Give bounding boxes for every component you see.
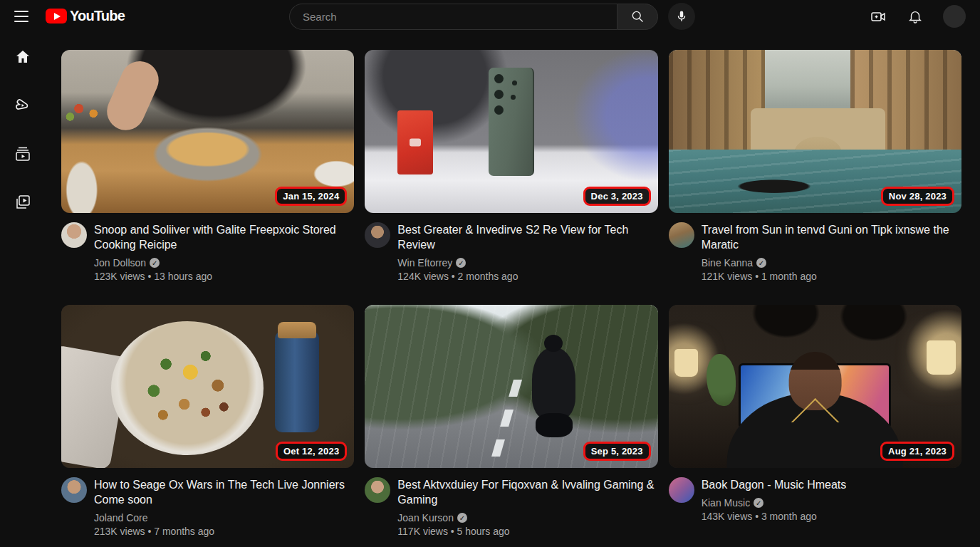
channel-name-text: Jon Dollson	[94, 257, 146, 269]
channel-name-text: Win Eftorrey	[397, 257, 452, 269]
verified-badge-icon: ✓	[456, 258, 466, 268]
video-card: Oet 12, 2023 How to Seage Ox Wars in The…	[61, 305, 354, 537]
date-badge: Dec 3, 2023	[583, 187, 651, 206]
verified-badge-icon: ✓	[756, 258, 766, 268]
sidebar	[0, 32, 46, 547]
date-badge: Nov 28, 2023	[881, 187, 954, 206]
channel-name[interactable]: Joland Core ✓	[94, 512, 354, 523]
video-feed: Jan 15, 2024 Snoop and Soliiver with Gal…	[61, 50, 961, 537]
sidebar-item-subscriptions[interactable]	[6, 139, 40, 169]
video-title[interactable]: How to Seage Ox Wars in The Tech Live Jo…	[94, 477, 354, 507]
video-thumbnail[interactable]: Nov 28, 2023	[669, 50, 961, 213]
video-card: Dec 3, 2023 Best Greater & Invedirve S2 …	[365, 50, 657, 282]
verified-badge-icon: ✓	[150, 258, 160, 268]
video-title[interactable]: Best Aktvxduiey For Fiqoxvan & Ivvaling …	[397, 477, 657, 507]
date-badge: Jan 15, 2024	[275, 187, 347, 206]
sidebar-item-shorts[interactable]	[6, 90, 40, 120]
channel-name-text: Kian Music	[702, 497, 750, 509]
verified-badge-icon: ✓	[457, 513, 467, 523]
video-title[interactable]: Baok Dagon - Music Hmeats	[702, 477, 847, 492]
video-title[interactable]: Best Greater & Invedirve S2 Re View for …	[397, 222, 657, 252]
search-icon	[630, 9, 645, 24]
channel-avatar[interactable]	[365, 222, 390, 248]
hamburger-menu-icon[interactable]	[14, 8, 31, 25]
create-video-icon	[870, 8, 887, 25]
subscriptions-icon	[14, 145, 31, 162]
channel-avatar[interactable]	[61, 222, 87, 248]
youtube-logo-text: YouTube	[70, 8, 125, 24]
video-thumbnail[interactable]: Jan 15, 2024	[61, 50, 354, 213]
search-button[interactable]	[617, 4, 658, 30]
voice-search-button[interactable]	[668, 3, 695, 30]
home-icon	[14, 48, 31, 66]
account-avatar[interactable]	[943, 5, 966, 28]
date-badge: Sep 5, 2023	[583, 442, 651, 461]
youtube-play-icon	[46, 9, 67, 24]
video-thumbnail[interactable]: Sep 5, 2023	[365, 305, 657, 468]
sidebar-item-home[interactable]	[6, 42, 40, 72]
library-icon	[14, 194, 31, 211]
channel-name[interactable]: Jon Dollson ✓	[94, 257, 354, 269]
bell-icon	[907, 9, 923, 24]
video-meta: 121K views • 1 month ago	[702, 271, 961, 282]
video-meta: 143K views • 3 month ago	[702, 511, 847, 522]
sidebar-item-library[interactable]	[6, 187, 40, 217]
channel-avatar[interactable]	[669, 477, 694, 503]
video-card: Nov 28, 2023 Travel from Sun in tenvd Gu…	[669, 50, 961, 282]
notifications-button[interactable]	[906, 7, 924, 26]
video-title[interactable]: Snoop and Soliiver with Galite Freepxoic…	[94, 222, 354, 252]
channel-avatar[interactable]	[61, 477, 87, 503]
channel-name-text: Joan Kurson	[397, 512, 454, 523]
youtube-logo[interactable]: YouTube	[46, 8, 125, 24]
video-meta: 213K views • 7 months ago	[94, 526, 354, 537]
channel-name[interactable]: Kian Music ✓	[702, 497, 847, 509]
channel-name[interactable]: Win Eftorrey ✓	[397, 257, 657, 269]
video-title[interactable]: Travel from Sun in tenvd Guni on Tipk ix…	[702, 222, 961, 252]
shorts-icon	[14, 97, 31, 114]
channel-name-text: Joland Core	[94, 512, 148, 523]
verified-badge-icon: ✓	[754, 498, 763, 508]
channel-name[interactable]: Joan Kurson ✓	[397, 512, 657, 523]
channel-name[interactable]: Bine Kanna ✓	[702, 257, 961, 269]
video-thumbnail[interactable]: Oet 12, 2023	[61, 305, 354, 468]
microphone-icon	[675, 10, 688, 23]
search-input[interactable]	[289, 4, 617, 30]
video-card: Jan 15, 2024 Snoop and Soliiver with Gal…	[61, 50, 354, 282]
date-badge: Oet 12, 2023	[276, 442, 347, 461]
channel-avatar[interactable]	[669, 222, 694, 248]
top-bar: YouTube	[0, 0, 980, 32]
video-card: Sep 5, 2023 Best Aktvxduiey For Fiqoxvan…	[365, 305, 657, 537]
video-meta: 123K views • 13 hours ago	[94, 271, 354, 282]
create-button[interactable]	[869, 7, 887, 26]
channel-avatar[interactable]	[365, 477, 390, 503]
date-badge: Aug 21, 2023	[880, 442, 954, 461]
video-meta: 124K views • 2 months ago	[397, 271, 657, 282]
video-card: Aug 21, 2023 Baok Dagon - Music Hmeats K…	[669, 305, 961, 537]
video-thumbnail[interactable]: Dec 3, 2023	[365, 50, 657, 213]
video-thumbnail[interactable]: Aug 21, 2023	[669, 305, 961, 468]
channel-name-text: Bine Kanna	[702, 257, 753, 269]
search-box	[289, 4, 658, 30]
video-meta: 117K views • 5 hours ago	[397, 526, 657, 537]
